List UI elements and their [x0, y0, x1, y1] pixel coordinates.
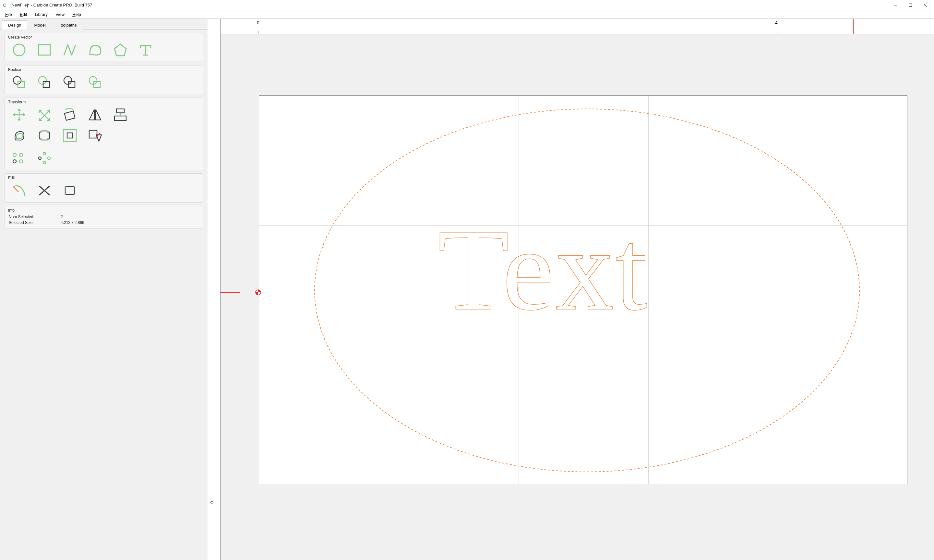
selected-size-label: Selected Size:	[9, 220, 61, 225]
tool-polygon[interactable]	[109, 41, 131, 59]
boolean-subtract-icon	[36, 75, 53, 90]
circle-icon	[11, 42, 28, 58]
array-circular-icon	[36, 150, 53, 166]
svg-point-33	[43, 152, 46, 155]
panel-tabs: Design Model Toolpaths	[0, 19, 208, 29]
vruler-label-0: 0	[210, 502, 214, 504]
maximize-icon	[908, 3, 912, 7]
tool-align[interactable]	[109, 106, 131, 124]
rotate-icon	[61, 107, 78, 123]
svg-rect-12	[68, 82, 75, 88]
group-edit: Edit	[5, 173, 203, 203]
minimize-button[interactable]	[888, 0, 903, 10]
tool-boolean-subtract[interactable]	[33, 73, 55, 91]
trim-icon	[36, 183, 53, 198]
tool-array-circular[interactable]	[33, 149, 55, 167]
group-title-info: Info	[5, 206, 203, 214]
tool-corner[interactable]	[33, 126, 55, 145]
tool-node-edit[interactable]	[8, 182, 30, 200]
svg-point-11	[64, 77, 72, 84]
svg-rect-17	[114, 116, 126, 120]
tool-array-linear[interactable]	[8, 149, 30, 167]
num-selected-value: 2	[61, 215, 63, 219]
window-title: [NewFile]* - Carbide Create PRO, Build 7…	[10, 3, 92, 8]
tab-model[interactable]: Model	[28, 20, 52, 29]
tool-move[interactable]	[8, 106, 30, 124]
tool-scale[interactable]	[33, 106, 55, 124]
tool-boolean-intersect[interactable]	[59, 73, 81, 91]
tool-boolean-union[interactable]	[8, 73, 30, 91]
svg-point-4	[13, 44, 25, 56]
rectangle-icon	[36, 42, 53, 58]
svg-point-36	[39, 157, 41, 160]
mirror-icon	[86, 107, 103, 123]
svg-rect-39	[65, 187, 74, 194]
titlebar: C [NewFile]* - Carbide Create PRO, Build…	[0, 0, 934, 10]
tool-convert[interactable]	[59, 182, 81, 200]
tool-group[interactable]	[84, 126, 106, 145]
selected-size-value: 4.212 x 2.866	[61, 220, 84, 225]
horizontal-ruler[interactable]: 0 4	[220, 19, 934, 34]
scale-icon	[36, 107, 53, 123]
maximize-button[interactable]	[903, 0, 918, 10]
corner-icon	[36, 128, 53, 143]
group-create-vector: Create Vector	[5, 33, 203, 62]
polygon-icon	[112, 42, 129, 58]
app-icon: C	[1, 2, 8, 8]
svg-point-22	[40, 138, 42, 140]
canvas-area: 0 0 4	[208, 19, 934, 560]
svg-point-30	[20, 153, 23, 157]
tab-toolpaths[interactable]: Toolpaths	[52, 20, 83, 29]
menu-library[interactable]: Library	[31, 11, 51, 17]
curve-icon	[86, 42, 103, 58]
left-panel: Design Model Toolpaths Create Vector	[0, 19, 208, 560]
tab-design[interactable]: Design	[2, 20, 27, 29]
tool-circle[interactable]	[8, 41, 30, 59]
menu-file[interactable]: File	[2, 11, 15, 17]
svg-rect-14	[94, 82, 100, 88]
tool-curve[interactable]	[84, 41, 106, 59]
svg-point-20	[40, 131, 42, 133]
tool-boolean-weld[interactable]	[84, 73, 106, 91]
tool-mirror[interactable]	[84, 106, 106, 124]
svg-point-7	[13, 77, 21, 84]
group-icon	[86, 128, 103, 143]
svg-rect-1	[909, 3, 912, 6]
tool-trim[interactable]	[33, 182, 55, 200]
svg-rect-8	[18, 82, 24, 88]
close-button[interactable]	[918, 0, 933, 10]
menu-view[interactable]: View	[52, 11, 68, 17]
tool-text[interactable]	[134, 41, 157, 59]
info-num-selected: Num Selected: 2	[5, 214, 203, 220]
group-title-transform: Transform	[5, 98, 203, 106]
tool-rectangle[interactable]	[33, 41, 55, 59]
boolean-intersect-icon	[61, 75, 78, 90]
svg-rect-41	[74, 186, 75, 187]
align-icon	[112, 107, 129, 123]
group-boolean: Boolean	[5, 65, 203, 94]
hruler-cursor-marker	[853, 19, 854, 34]
svg-rect-43	[74, 194, 75, 195]
svg-point-29	[13, 153, 16, 157]
hruler-label-0: 0	[257, 20, 259, 25]
tool-array-grid[interactable]	[59, 126, 81, 145]
tool-polyline[interactable]	[59, 41, 81, 59]
convert-icon	[61, 183, 78, 198]
svg-point-13	[89, 77, 97, 84]
svg-rect-15	[65, 111, 75, 120]
array-linear-icon	[11, 150, 28, 166]
canvas-text-object[interactable]: Text	[438, 203, 649, 337]
info-selected-size: Selected Size: 4.212 x 2.866	[5, 220, 203, 226]
menu-edit[interactable]: Edit	[17, 11, 30, 17]
svg-point-9	[39, 77, 46, 84]
tool-offset[interactable]	[8, 126, 30, 145]
node-edit-icon	[11, 183, 28, 198]
svg-point-21	[47, 131, 49, 133]
svg-marker-6	[114, 44, 126, 56]
menu-help[interactable]: Help	[69, 11, 84, 17]
svg-point-32	[20, 160, 23, 163]
vertical-ruler[interactable]: 0	[208, 19, 220, 560]
tool-rotate[interactable]	[59, 106, 81, 124]
design-canvas[interactable]: Text	[220, 34, 934, 560]
svg-rect-5	[39, 45, 50, 55]
